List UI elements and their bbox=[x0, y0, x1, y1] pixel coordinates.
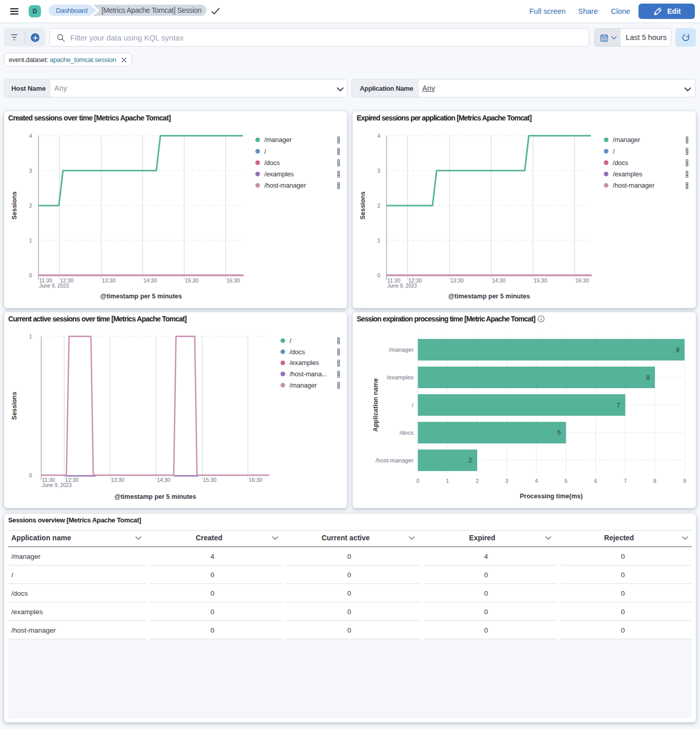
svg-text:0: 0 bbox=[621, 571, 625, 579]
svg-text:16:30: 16:30 bbox=[575, 277, 589, 284]
svg-text:0: 0 bbox=[347, 553, 352, 560]
svg-text:2: 2 bbox=[476, 478, 479, 484]
svg-text:1: 1 bbox=[29, 237, 32, 244]
svg-text:16:30: 16:30 bbox=[227, 277, 240, 284]
svg-text:@timestamp per 5 minutes: @timestamp per 5 minutes bbox=[114, 493, 196, 500]
svg-text:4: 4 bbox=[535, 478, 538, 484]
svg-text:0: 0 bbox=[29, 272, 32, 278]
svg-text:Rejected: Rejected bbox=[604, 534, 634, 542]
svg-text:/docs: /docs bbox=[264, 159, 280, 167]
svg-text:15:30: 15:30 bbox=[534, 277, 547, 284]
svg-text:8: 8 bbox=[653, 478, 656, 484]
svg-text:@timestamp per 5 minutes: @timestamp per 5 minutes bbox=[100, 293, 182, 300]
svg-text:0: 0 bbox=[416, 478, 419, 484]
svg-text:14:30: 14:30 bbox=[143, 277, 157, 284]
svg-text:/: / bbox=[11, 571, 13, 579]
svg-text:9: 9 bbox=[676, 347, 680, 354]
svg-text:0: 0 bbox=[347, 626, 352, 634]
svg-text:/examples: /examples bbox=[613, 170, 643, 178]
svg-text:/docs: /docs bbox=[400, 430, 414, 436]
svg-text:0: 0 bbox=[484, 608, 488, 616]
svg-text:/examples: /examples bbox=[264, 170, 294, 178]
svg-text:/manager: /manager bbox=[11, 553, 41, 560]
svg-text:/: / bbox=[264, 148, 266, 155]
svg-text:2: 2 bbox=[468, 457, 472, 464]
svg-text:0: 0 bbox=[621, 553, 625, 560]
svg-text:@timestamp per 5 minutes: @timestamp per 5 minutes bbox=[448, 293, 530, 300]
svg-text:/docs: /docs bbox=[11, 590, 28, 597]
svg-text:Processing time(ms): Processing time(ms) bbox=[520, 493, 583, 500]
svg-text:/host-mana...: /host-mana... bbox=[290, 370, 327, 378]
svg-text:2: 2 bbox=[377, 202, 380, 209]
svg-text:7: 7 bbox=[624, 478, 627, 484]
svg-text:0: 0 bbox=[621, 608, 625, 616]
svg-text:4: 4 bbox=[377, 133, 380, 139]
svg-text:2: 2 bbox=[29, 202, 32, 209]
svg-text:/manager: /manager bbox=[388, 347, 414, 353]
svg-text:Sessions: Sessions bbox=[11, 191, 18, 219]
svg-text:Dashboard: Dashboard bbox=[56, 7, 88, 14]
svg-text:1: 1 bbox=[446, 478, 449, 484]
svg-text:/manager: /manager bbox=[264, 136, 292, 144]
svg-text:5: 5 bbox=[565, 478, 568, 484]
svg-text:13:30: 13:30 bbox=[111, 477, 124, 483]
svg-text:0: 0 bbox=[29, 472, 32, 478]
svg-text:0: 0 bbox=[211, 608, 215, 616]
svg-text:8: 8 bbox=[646, 374, 650, 381]
svg-text:13:30: 13:30 bbox=[450, 277, 464, 284]
svg-text:June 9, 2023: June 9, 2023 bbox=[39, 283, 69, 289]
svg-text:0: 0 bbox=[484, 626, 488, 634]
svg-text:Created: Created bbox=[196, 534, 222, 542]
svg-text:/manager: /manager bbox=[613, 136, 641, 144]
svg-text:0: 0 bbox=[484, 571, 488, 579]
svg-text:13:30: 13:30 bbox=[102, 277, 115, 284]
svg-text:3: 3 bbox=[377, 168, 380, 174]
svg-text:9: 9 bbox=[683, 478, 686, 484]
svg-text:/manager: /manager bbox=[290, 381, 317, 389]
svg-text:1: 1 bbox=[377, 237, 380, 244]
svg-text:Sessions: Sessions bbox=[359, 191, 366, 219]
svg-text:June 9, 2023: June 9, 2023 bbox=[387, 283, 417, 289]
svg-text:0: 0 bbox=[484, 590, 488, 597]
svg-text:/host-manager: /host-manager bbox=[613, 181, 655, 189]
svg-text:3: 3 bbox=[505, 478, 508, 484]
svg-text:15:30: 15:30 bbox=[185, 277, 198, 284]
svg-text:0: 0 bbox=[621, 590, 625, 597]
svg-text:0: 0 bbox=[347, 608, 352, 616]
svg-text:/examples: /examples bbox=[11, 608, 43, 616]
svg-text:Sessions: Sessions bbox=[11, 392, 18, 420]
svg-text:0: 0 bbox=[347, 590, 352, 597]
svg-text:/host-manager: /host-manager bbox=[11, 626, 56, 634]
svg-text:/host-manager: /host-manager bbox=[376, 457, 414, 463]
svg-text:14:30: 14:30 bbox=[157, 477, 170, 483]
svg-text:4: 4 bbox=[211, 553, 215, 560]
svg-text:14:30: 14:30 bbox=[492, 277, 505, 284]
svg-text:/examples: /examples bbox=[387, 374, 414, 380]
svg-text:0: 0 bbox=[621, 626, 625, 634]
svg-text:6: 6 bbox=[594, 478, 597, 484]
svg-text:Current active: Current active bbox=[321, 534, 369, 542]
svg-text:[Metrics Apache Tomcat] Sessio: [Metrics Apache Tomcat] Session bbox=[101, 6, 201, 14]
svg-text:/docs: /docs bbox=[613, 159, 629, 167]
svg-text:0: 0 bbox=[211, 590, 215, 597]
svg-text:/examples: /examples bbox=[290, 359, 319, 367]
svg-text:0: 0 bbox=[347, 571, 352, 579]
svg-text:15:30: 15:30 bbox=[203, 477, 216, 483]
svg-text:0: 0 bbox=[211, 571, 215, 579]
svg-text:Application name: Application name bbox=[372, 378, 379, 432]
svg-text:5: 5 bbox=[558, 429, 561, 436]
svg-text:June 9, 2023: June 9, 2023 bbox=[42, 482, 72, 488]
svg-text:/docs: /docs bbox=[290, 348, 305, 356]
svg-text:4: 4 bbox=[484, 553, 488, 560]
svg-text:0: 0 bbox=[211, 626, 215, 634]
svg-text:0: 0 bbox=[377, 272, 380, 278]
svg-text:/: / bbox=[613, 148, 615, 155]
svg-text:7: 7 bbox=[616, 402, 620, 409]
svg-text:1: 1 bbox=[29, 333, 32, 339]
svg-text:/: / bbox=[290, 337, 292, 345]
svg-text:3: 3 bbox=[29, 168, 32, 174]
svg-text:/host-manager: /host-manager bbox=[264, 181, 306, 189]
svg-text:Application name: Application name bbox=[11, 534, 71, 542]
svg-text:16:30: 16:30 bbox=[249, 477, 262, 483]
svg-text:4: 4 bbox=[29, 133, 32, 139]
